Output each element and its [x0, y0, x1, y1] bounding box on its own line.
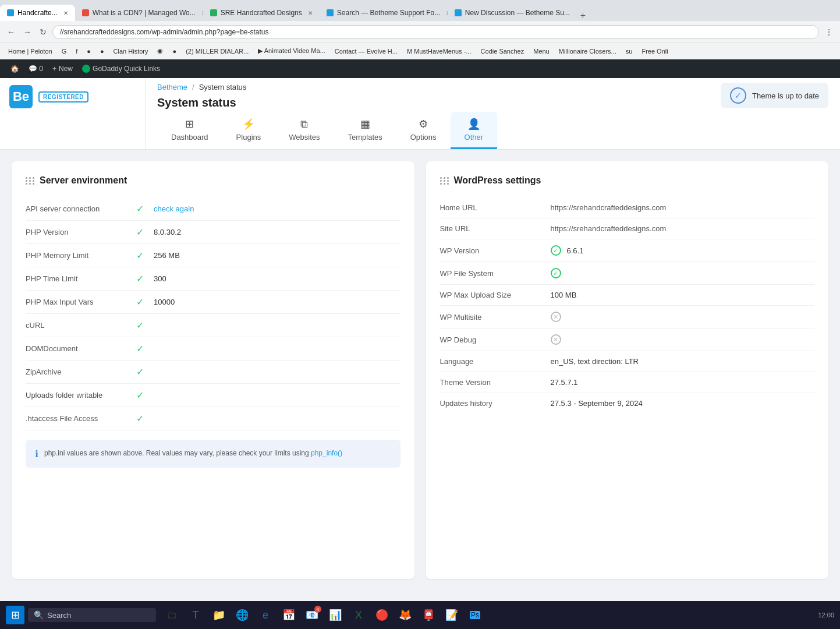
- files-icon: 🗂: [167, 609, 178, 621]
- url-bar[interactable]: [52, 25, 819, 39]
- taskbar-app-teams2[interactable]: 📊: [325, 605, 346, 626]
- tab-label-5: New Discussion — Betheme Su...: [465, 9, 570, 17]
- row-value: 27.5.7.1: [551, 378, 578, 387]
- tab-templates[interactable]: ▦ Templates: [334, 112, 396, 149]
- taskbar-app-edge[interactable]: e: [255, 605, 276, 626]
- outlook2-icon: 📮: [422, 609, 435, 621]
- nav-tabs: ⊞ Dashboard ⚡ Plugins ⧉ Websites ▦ Templ…: [146, 112, 840, 149]
- tab-3[interactable]: SRE Handcrafted Designs ✕: [203, 5, 320, 21]
- back-button[interactable]: ←: [5, 26, 17, 38]
- bookmark-contact[interactable]: Contact — Evolve H...: [331, 47, 401, 56]
- wordpress-settings-card: WordPress settings Home URL https://sreh…: [426, 161, 829, 579]
- breadcrumb-parent-link[interactable]: Betheme: [157, 83, 187, 91]
- table-row: cURL ✓: [26, 314, 400, 337]
- table-row: PHP Time Limit ✓ 300: [26, 267, 400, 291]
- taskbar-app-outlook-cal[interactable]: 📅: [278, 605, 299, 626]
- row-value: en_US, text direction: LTR: [551, 357, 639, 366]
- tab-other[interactable]: 👤 Other: [451, 112, 498, 149]
- drag-handle-wp[interactable]: [440, 177, 449, 185]
- row-label: .htaccess File Access: [26, 414, 130, 423]
- tab-4[interactable]: Search — Betheme Support Fo... ✕: [320, 5, 448, 21]
- bookmark-codie[interactable]: Codie Sanchez: [477, 47, 528, 56]
- notepad-icon: 📝: [445, 609, 458, 621]
- taskbar-app-outlook2[interactable]: 📮: [418, 605, 439, 626]
- taskbar-app-ps[interactable]: Ps: [465, 605, 485, 626]
- tab-templates-label: Templates: [348, 133, 382, 142]
- bookmark-4[interactable]: ●: [97, 47, 108, 56]
- taskbar-app-notepad[interactable]: 📝: [441, 605, 462, 626]
- firefox-icon: 🦊: [399, 609, 412, 621]
- taskbar-app-firefox[interactable]: 🦊: [395, 605, 416, 626]
- tab-label-2: What is a CDN? | Managed Wo...: [93, 9, 196, 17]
- row-label: Uploads folder writable: [26, 391, 130, 400]
- row-label: ZipArchive: [26, 367, 130, 376]
- bookmark-3[interactable]: ●: [83, 47, 94, 56]
- php-info-link[interactable]: php_info(): [311, 449, 342, 457]
- tab-plugins-label: Plugins: [236, 133, 261, 142]
- table-row: WP Debug ✕: [440, 328, 815, 351]
- forward-button[interactable]: →: [21, 26, 34, 38]
- bookmark-fb[interactable]: f: [72, 47, 81, 56]
- check-again-link[interactable]: check again: [154, 204, 194, 213]
- row-label: WP Max Upload Size: [440, 291, 545, 299]
- table-row: PHP Memory Limit ✓ 256 MB: [26, 244, 400, 267]
- wp-home-link[interactable]: 🏠: [6, 59, 24, 78]
- bookmark-clan[interactable]: Clan History: [110, 47, 152, 56]
- bookmark-animated[interactable]: ▶ Animated Video Ma...: [254, 46, 328, 56]
- browser-toolbar: ← → ↻ ⋮: [0, 21, 840, 43]
- ps-icon: Ps: [470, 611, 480, 619]
- table-row: Site URL https://srehandcrafteddesigns.c…: [440, 218, 815, 239]
- table-row: .htaccess File Access ✓: [26, 407, 400, 430]
- tab-close-icon[interactable]: ✕: [63, 10, 68, 16]
- bookmark-millionaire[interactable]: Millionaire Closers...: [555, 47, 620, 56]
- bookmark-7[interactable]: ●: [169, 47, 180, 56]
- breadcrumb: Betheme / System status: [157, 83, 246, 91]
- taskbar-app-red[interactable]: 🔴: [371, 605, 392, 626]
- tab-dashboard[interactable]: ⊞ Dashboard: [157, 112, 222, 149]
- tab-websites[interactable]: ⧉ Websites: [275, 112, 334, 149]
- row-label: Updates history: [440, 399, 545, 408]
- taskbar-app-chrome[interactable]: 🌐: [232, 605, 253, 626]
- wp-new-button[interactable]: + New: [48, 59, 77, 78]
- table-row: DOMDocument ✓: [26, 337, 400, 361]
- breadcrumb-current: System status: [199, 83, 247, 91]
- table-row: Theme Version 27.5.7.1: [440, 372, 815, 393]
- row-label: PHP Version: [26, 228, 130, 236]
- drag-handle[interactable]: [26, 177, 35, 185]
- tab-2[interactable]: What is a CDN? | Managed Wo... ✕: [75, 5, 203, 21]
- tab-active[interactable]: Handcrafte... ✕: [0, 5, 75, 21]
- taskbar-app-folder[interactable]: 📁: [208, 605, 229, 626]
- tab-options[interactable]: ⚙ Options: [396, 112, 451, 149]
- taskbar-app-excel[interactable]: X: [348, 605, 369, 626]
- tab-label: Handcrafte...: [17, 9, 58, 17]
- refresh-button[interactable]: ↻: [37, 26, 49, 38]
- wp-comments[interactable]: 💬 0: [24, 59, 48, 78]
- new-tab-button[interactable]: +: [576, 10, 590, 21]
- check-icon: ✓: [136, 343, 148, 354]
- check-icon: ✓: [136, 296, 148, 308]
- tab-plugins[interactable]: ⚡ Plugins: [222, 112, 275, 149]
- wp-godaddy[interactable]: GoDaddy Quick Links: [77, 59, 165, 78]
- taskbar-app-files[interactable]: 🗂: [162, 605, 183, 626]
- bookmark-g[interactable]: G: [58, 47, 70, 56]
- server-env-title: Server environment: [40, 175, 127, 186]
- bookmark-free[interactable]: Free Onli: [638, 47, 671, 56]
- bookmark-miller[interactable]: (2) MILLER DIALAR...: [182, 47, 252, 56]
- bookmark-musthave[interactable]: M MustHaveMenus -...: [403, 47, 475, 56]
- taskbar-search[interactable]: 🔍 Search: [28, 608, 156, 622]
- extensions-button[interactable]: ⋮: [823, 26, 835, 38]
- bookmark-su[interactable]: su: [622, 47, 636, 56]
- tab-5[interactable]: New Discussion — Betheme Su... ✕: [448, 5, 576, 21]
- x-circle-icon: ✕: [551, 334, 561, 345]
- bookmark-menu[interactable]: Menu: [530, 47, 553, 56]
- check-icon: ✓: [136, 250, 148, 261]
- tab-close-3-icon[interactable]: ✕: [308, 10, 313, 16]
- row-label: Home URL: [440, 203, 545, 212]
- wp-new-label: New: [59, 65, 73, 73]
- bookmark-6[interactable]: ◉: [154, 46, 166, 56]
- start-button[interactable]: ⊞: [6, 606, 24, 624]
- bookmark-home[interactable]: Home | Peloton: [5, 47, 56, 56]
- taskbar-app-teams[interactable]: T: [185, 605, 206, 626]
- table-row: ZipArchive ✓: [26, 361, 400, 384]
- taskbar-app-outlook-email[interactable]: 📧 4: [302, 605, 322, 626]
